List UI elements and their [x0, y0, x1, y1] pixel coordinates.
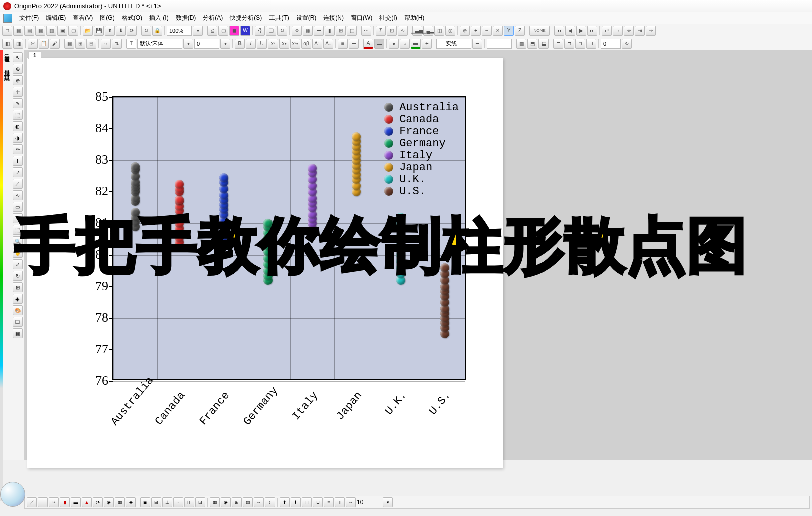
- zoom-tool[interactable]: 🔍: [13, 236, 23, 246]
- insert-tool[interactable]: ⊞: [13, 282, 23, 292]
- back-button[interactable]: ⬇: [291, 497, 301, 507]
- data-point[interactable]: [131, 162, 140, 171]
- contour-button[interactable]: ◎: [445, 26, 455, 36]
- new-project-button[interactable]: □: [2, 26, 12, 36]
- angle-input[interactable]: 0: [601, 39, 621, 49]
- column-plot-button[interactable]: ▮: [60, 497, 70, 507]
- rotate-button[interactable]: ↻: [622, 39, 632, 49]
- menu-data[interactable]: 数据(D): [173, 13, 199, 23]
- menu-format[interactable]: 格式(O): [119, 13, 145, 23]
- arrow4-button[interactable]: ⇥: [635, 26, 645, 36]
- lock-button[interactable]: 🔒: [152, 26, 162, 36]
- data-point[interactable]: [396, 213, 405, 222]
- highlight-button[interactable]: ✦: [422, 39, 432, 49]
- table-button[interactable]: ⊞: [336, 26, 346, 36]
- menu-view[interactable]: 查看(V): [70, 13, 96, 23]
- layer-button[interactable]: ▦: [303, 26, 313, 36]
- new-notes-button[interactable]: ▢: [68, 26, 78, 36]
- new-workbook-button[interactable]: ▤: [24, 26, 34, 36]
- arrow-tool[interactable]: ↗: [13, 167, 23, 177]
- bar-plot-button[interactable]: ▬: [71, 497, 81, 507]
- font-dropdown-icon[interactable]: ▾: [183, 39, 193, 49]
- cursor-button[interactable]: +: [471, 26, 481, 36]
- scatter-plot-button[interactable]: ⋮: [38, 497, 48, 507]
- readout-button[interactable]: ⊕: [460, 26, 470, 36]
- extras-button[interactable]: ⋯: [361, 26, 371, 36]
- nav-next-button[interactable]: ▶: [576, 26, 586, 36]
- zoom-dropdown-icon[interactable]: ▾: [193, 26, 203, 36]
- print-button[interactable]: 🖨: [207, 26, 217, 36]
- copy-format-button[interactable]: ✄: [28, 39, 38, 49]
- layer-tab[interactable]: 1: [28, 51, 41, 59]
- data-point[interactable]: [263, 219, 273, 228]
- subscript-button[interactable]: x₂: [279, 39, 289, 49]
- save-button[interactable]: 💾: [94, 26, 104, 36]
- graph-page[interactable]: AustraliaCanadaFranceGermanyItalyJapanU.…: [27, 58, 503, 468]
- front-button[interactable]: ⬆: [280, 497, 290, 507]
- copy-tool[interactable]: ❏: [13, 317, 23, 327]
- bold-button[interactable]: B: [235, 39, 245, 49]
- nav-first-button[interactable]: ⏮: [554, 26, 564, 36]
- box-button[interactable]: ◫: [434, 26, 444, 36]
- group-c-button[interactable]: ⊓: [575, 39, 585, 49]
- cluster-button[interactable]: ⊞: [232, 497, 242, 507]
- rect-tool[interactable]: ▭: [13, 202, 23, 212]
- marker-shape-button[interactable]: ●: [389, 39, 399, 49]
- space-button[interactable]: ↔: [346, 497, 356, 507]
- surface-plot-button[interactable]: ▦: [115, 497, 125, 507]
- tool-b-button[interactable]: ◨: [13, 39, 23, 49]
- tool-a-button[interactable]: ◧: [2, 39, 12, 49]
- slide-button[interactable]: ◼: [229, 26, 239, 36]
- align-button[interactable]: ≡: [338, 39, 348, 49]
- line-tool[interactable]: ／: [13, 179, 23, 189]
- label-button[interactable]: ▤: [243, 497, 253, 507]
- circle-tool[interactable]: ○: [13, 213, 23, 223]
- menu-analysis[interactable]: 分析(A): [200, 13, 226, 23]
- menu-file[interactable]: 文件(F): [16, 13, 42, 23]
- group-a-button[interactable]: ⊏: [553, 39, 563, 49]
- greek-button[interactable]: αβ: [301, 39, 311, 49]
- new-layout-button[interactable]: ▣: [57, 26, 67, 36]
- group-b-button[interactable]: ⊐: [564, 39, 574, 49]
- z-button[interactable]: Z: [515, 26, 525, 36]
- plot-layer[interactable]: AustraliaCanadaFranceGermanyItalyJapanU.…: [112, 96, 466, 380]
- merge-button[interactable]: ⊞: [75, 39, 85, 49]
- bottom-dropdown-icon[interactable]: ▾: [383, 497, 393, 507]
- legend[interactable]: AustraliaCanadaFranceGermanyItalyJapanU.…: [384, 101, 459, 197]
- ungroup-button[interactable]: ⊔: [313, 497, 323, 507]
- curve-tool[interactable]: ∿: [13, 190, 23, 200]
- layer-mgmt-button[interactable]: ▦: [64, 39, 74, 49]
- sigma-button[interactable]: Σ: [376, 26, 386, 36]
- open-button[interactable]: 📂: [83, 26, 93, 36]
- contour-plot-button[interactable]: ◉: [104, 497, 114, 507]
- rotate-tool[interactable]: ↻: [13, 271, 23, 281]
- color-tool[interactable]: 🎨: [13, 305, 23, 315]
- nav-last-button[interactable]: ⏭: [587, 26, 597, 36]
- mask-show-button[interactable]: ▦: [210, 497, 220, 507]
- extract-button[interactable]: ⊟: [86, 39, 96, 49]
- menu-preferences[interactable]: 设置(R): [293, 13, 320, 23]
- pointer-tool[interactable]: ↖: [13, 52, 23, 62]
- stats-button[interactable]: ⊡: [387, 26, 397, 36]
- menu-insert[interactable]: 插入 (I): [146, 13, 172, 23]
- line-style-select[interactable]: — 实线: [436, 39, 471, 49]
- data-point[interactable]: [131, 208, 140, 217]
- template-button[interactable]: ▣: [140, 497, 150, 507]
- underline-button[interactable]: U: [257, 39, 267, 49]
- fit-button[interactable]: ∿: [398, 26, 408, 36]
- menu-graph[interactable]: 图(G): [97, 13, 117, 23]
- histogram-button[interactable]: ▁▄▂: [423, 26, 433, 36]
- decrease-font-button[interactable]: A↓: [323, 39, 333, 49]
- font-size-input[interactable]: 0: [194, 39, 219, 49]
- linewidth-button[interactable]: ━: [472, 39, 482, 49]
- superscript-button[interactable]: x²: [268, 39, 278, 49]
- colorbar-button[interactable]: ▮: [325, 26, 335, 36]
- region-b-tool[interactable]: ⬚: [13, 225, 23, 235]
- arrow3-button[interactable]: ↠: [624, 26, 634, 36]
- new-matrix-button[interactable]: ▦: [35, 26, 45, 36]
- none-button[interactable]: NONE: [529, 26, 550, 36]
- size-dropdown-icon[interactable]: ▾: [220, 39, 230, 49]
- arrow5-button[interactable]: ⇢: [646, 26, 656, 36]
- dropdown-select[interactable]: [487, 39, 512, 49]
- nav-prev-button[interactable]: ◀: [565, 26, 575, 36]
